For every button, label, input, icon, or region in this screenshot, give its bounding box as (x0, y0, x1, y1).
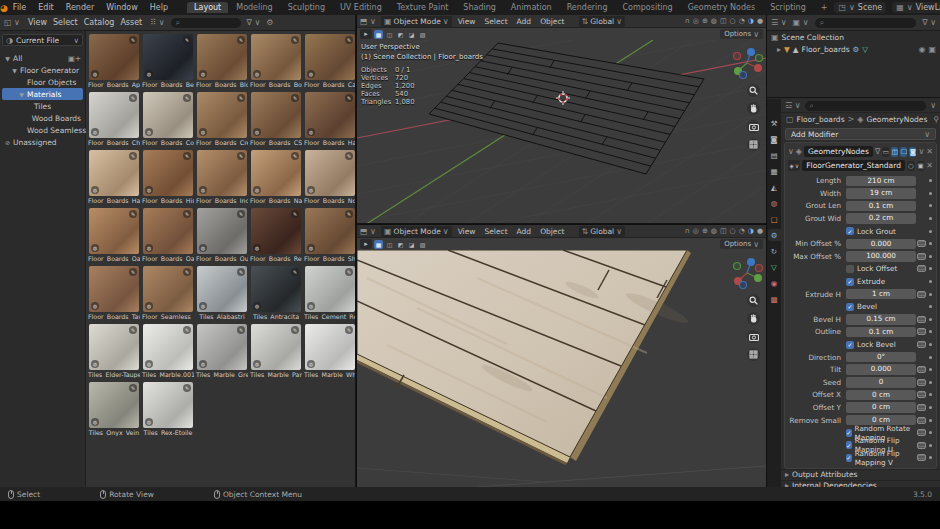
shading-wireframe-icon[interactable]: ○ (730, 17, 736, 25)
checkbox[interactable] (846, 265, 854, 273)
asset-item[interactable]: ✎◍Tiles_Marble_White (304, 324, 355, 380)
viewport-canvas-rendered[interactable] (357, 250, 766, 487)
tool-option-icon[interactable]: ◪ (407, 30, 416, 39)
editor-type-icon[interactable]: ◱ ∨ (4, 18, 20, 27)
asset-item[interactable]: ✎◍Floor_Seamless_S... (142, 266, 194, 322)
value-field[interactable]: 1 cm (846, 289, 916, 300)
active-tool-icon[interactable]: ▸ (360, 239, 372, 249)
tab-shading[interactable]: Shading (456, 2, 503, 13)
asset-item[interactable]: ✎◍Floor_Boards_Out... (196, 208, 248, 264)
scene-selector[interactable]: ◳ ∨ Scene (834, 2, 886, 13)
decorator-dot[interactable] (927, 343, 933, 346)
object-row[interactable]: ▸ ▼ ▲ Floor_boards ⚙ ▽ ◉ ▣ (767, 43, 940, 55)
value-field[interactable]: 0 cm (846, 390, 916, 401)
decorator-dot[interactable] (927, 431, 933, 434)
pan-hand-icon[interactable] (747, 102, 760, 115)
asset-item[interactable]: ✎◍Floor_Boards_App... (88, 34, 140, 90)
asset-item[interactable]: ✎◍Tiles_Alabastri (196, 266, 248, 322)
decorator-dot[interactable] (927, 267, 933, 270)
viewport-rendered[interactable]: ⬒ ∨ ▣ Object Mode ∨ ViewSelectAddObject … (357, 225, 766, 487)
decorator-dot[interactable] (927, 280, 933, 283)
overlays-icon[interactable]: ◍ (711, 227, 717, 235)
menu-render[interactable]: Render (61, 2, 99, 13)
asset-item[interactable]: ✎◍Floor_Boards_Blo... (196, 34, 248, 90)
decorator-dot[interactable] (927, 356, 933, 359)
tab-compositing[interactable]: Compositing (616, 2, 680, 13)
decorator-dot[interactable] (927, 179, 933, 182)
tool-option-icon[interactable]: ◫ (385, 30, 394, 39)
asset-item[interactable]: ✎◍Floor_Boards_Cha... (88, 92, 140, 148)
tab-scripting[interactable]: Scripting (763, 2, 813, 13)
viewport-menu-object[interactable]: Object (539, 227, 565, 236)
mode-select[interactable]: ▣ Object Mode ∨ (381, 226, 452, 237)
add-modifier-dropdown[interactable]: Add Modifier ∨ (785, 128, 936, 140)
viewport-menu-select[interactable]: Select (483, 17, 508, 26)
navigation-gizmo[interactable] (730, 256, 764, 290)
asset-item[interactable]: ✎◍Floor_Boards_Col... (142, 92, 194, 148)
scene-icon[interactable]: ◭ (768, 181, 781, 193)
viewport-canvas-wireframe[interactable]: User Perspective (1) Scene Collection | … (357, 40, 766, 223)
filter-icon[interactable]: ∇ ∨ (922, 18, 936, 27)
input-attribute-toggle-icon[interactable] (917, 328, 926, 335)
material-icon[interactable]: ◉ (768, 277, 781, 289)
decorator-dot[interactable] (927, 456, 933, 459)
catalog-floor-objects[interactable]: Floor Objects (2, 76, 83, 88)
editor-type-icon[interactable]: ⬒ ∨ (360, 227, 376, 236)
viewport-menu-view[interactable]: View (457, 17, 477, 26)
decorator-dot[interactable] (927, 318, 933, 321)
display-render-icon[interactable]: ◙ (909, 147, 916, 157)
decorator-dot[interactable] (927, 204, 933, 207)
value-field[interactable]: 0.000 (846, 239, 916, 250)
ortho-grid-icon[interactable] (747, 348, 760, 361)
asset-item[interactable]: ✎◍Floor_Boards_Beb... (142, 34, 194, 90)
asset-menu-view[interactable]: View (28, 18, 47, 27)
breadcrumb-modifier[interactable]: GeometryNodes (866, 115, 927, 124)
panel-internal-dependencies[interactable]: ▸Internal Dependencies (781, 480, 940, 487)
decorator-dot[interactable] (927, 255, 933, 258)
shading-rendered-icon[interactable]: ● (757, 17, 763, 25)
world-icon[interactable]: ◍ (768, 197, 781, 209)
catalog-unassigned[interactable]: ⊘Unassigned (2, 136, 83, 148)
asset-item[interactable]: ✎◍Floor_Boards_Oak... (142, 208, 194, 264)
viewport-wireframe[interactable]: ⬒ ∨ ▣ Object Mode ∨ ViewSelectAddObject … (357, 15, 766, 224)
asset-search-input[interactable]: ⌕ (171, 18, 241, 28)
asset-menu-select[interactable]: Select (53, 18, 78, 27)
input-attribute-toggle-icon[interactable] (917, 454, 926, 461)
gizmo-toggle-icon[interactable]: ⊕ (702, 227, 708, 235)
tool-icon[interactable]: ⚒ (768, 117, 781, 129)
catalog-floor-generator[interactable]: ▼Floor Generator (2, 64, 83, 76)
decorator-dot[interactable] (927, 242, 933, 245)
transform-orientation-select[interactable]: ⇅ Global ∨ (579, 16, 626, 27)
input-attribute-toggle-icon[interactable] (917, 341, 926, 348)
asset-item[interactable]: ✎◍Floor_Boards_She... (304, 208, 355, 264)
asset-item[interactable]: ✎◍Tiles_Elder-Taupe (88, 324, 140, 380)
checkbox[interactable]: ✓ (846, 341, 854, 349)
value-field[interactable]: 210 cm (846, 176, 916, 187)
zoom-icon[interactable] (747, 294, 760, 307)
input-attribute-toggle-icon[interactable] (917, 429, 926, 436)
texture-icon[interactable]: ▩ (768, 293, 781, 305)
tool-option-icon[interactable]: ▦ (374, 30, 383, 39)
unlink-icon[interactable]: ✕ (926, 161, 933, 170)
input-attribute-toggle-icon[interactable] (917, 442, 926, 449)
pan-hand-icon[interactable] (747, 312, 760, 325)
decorator-dot[interactable] (927, 368, 933, 371)
input-attribute-toggle-icon[interactable] (917, 253, 926, 260)
decorator-dot[interactable] (927, 419, 933, 422)
shading-solid-icon[interactable]: ◔ (739, 227, 745, 235)
catalog-wood-boards[interactable]: Wood Boards (2, 112, 83, 124)
tab-sculpting[interactable]: Sculpting (281, 2, 332, 13)
physics-icon[interactable]: ↻ (768, 245, 781, 257)
tab-uv-editing[interactable]: UV Editing (333, 2, 389, 13)
tab-animation[interactable]: Animation (504, 2, 559, 13)
new-copy-icon[interactable]: ▣ (917, 161, 925, 171)
add-workspace-button[interactable]: + (814, 2, 835, 13)
viewlayer-icon[interactable]: ▦ (768, 165, 781, 177)
value-field[interactable]: 19 cm (846, 188, 916, 199)
funnel-icon[interactable]: ∇ (875, 147, 880, 156)
value-field[interactable]: 0.000 (846, 364, 916, 375)
decorator-dot[interactable] (927, 230, 933, 233)
menu-help[interactable]: Help (145, 2, 173, 13)
navigation-gizmo[interactable] (730, 46, 764, 80)
overlays-icon[interactable]: ◍ (711, 17, 717, 25)
